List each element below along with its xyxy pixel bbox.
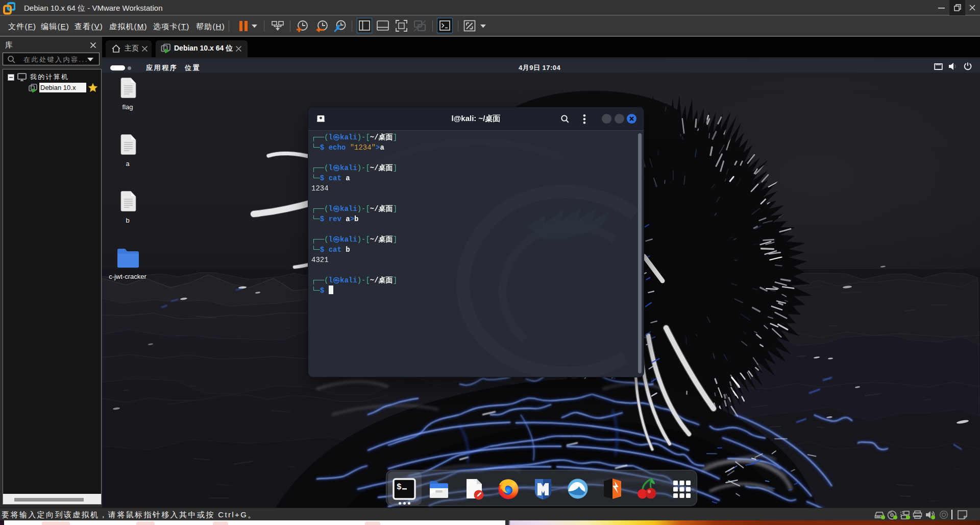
svg-text:$: $ (397, 483, 402, 492)
